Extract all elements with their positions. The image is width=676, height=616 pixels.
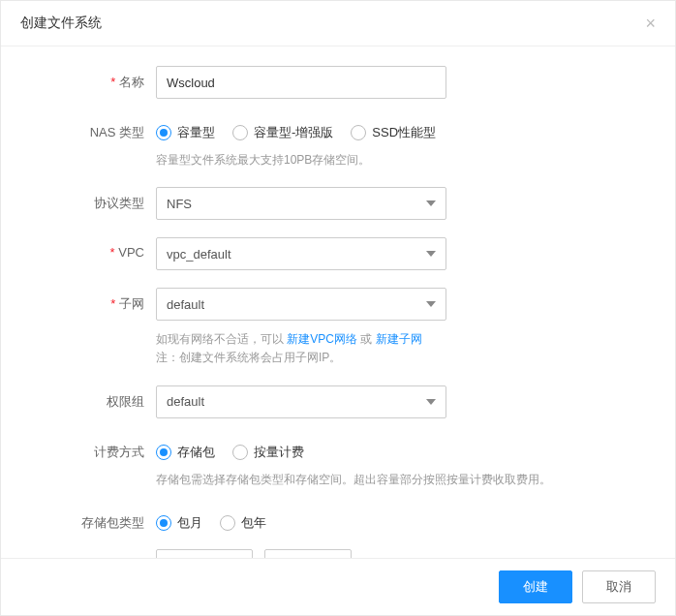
radio-label: 按量计费 bbox=[254, 444, 304, 461]
radio-label: 包年 bbox=[241, 514, 266, 532]
row-protocol: 协议类型 NFS bbox=[40, 187, 636, 220]
select-value: vpc_default bbox=[167, 247, 231, 262]
row-billing: 计费方式 存储包 按量计费 存储包需选择存储包类型和存储空间。超出容量部分按照按… bbox=[40, 436, 636, 489]
close-icon[interactable]: × bbox=[645, 15, 656, 32]
label-storage: 存储空间 bbox=[40, 549, 156, 558]
label-subnet: 子网 bbox=[40, 288, 156, 313]
label-vpc: VPC bbox=[40, 237, 156, 260]
protocol-select[interactable]: NFS bbox=[156, 187, 446, 220]
billing-hint: 存储包需选择存储包类型和存储空间。超出容量部分按照按量计费收取费用。 bbox=[156, 471, 636, 489]
select-value: default bbox=[167, 394, 204, 409]
link-new-subnet[interactable]: 新建子网 bbox=[376, 332, 422, 346]
radio-icon bbox=[232, 125, 248, 140]
radio-capacity[interactable]: 容量型 bbox=[156, 124, 215, 141]
label-nas-type: NAS 类型 bbox=[40, 116, 156, 141]
label-permission: 权限组 bbox=[40, 385, 156, 411]
label-package-type: 存储包类型 bbox=[40, 507, 156, 532]
nas-type-hint: 容量型文件系统最大支持10PB存储空间。 bbox=[156, 151, 636, 169]
vpc-select[interactable]: vpc_default bbox=[156, 237, 446, 270]
row-package-type: 存储包类型 包月 包年 bbox=[40, 507, 636, 532]
row-vpc: VPC vpc_default bbox=[40, 237, 636, 270]
row-name: 名称 bbox=[40, 66, 636, 99]
radio-label: 容量型 bbox=[177, 124, 215, 141]
radio-ssd[interactable]: SSD性能型 bbox=[351, 124, 436, 141]
billing-radio-group: 存储包 按量计费 bbox=[156, 436, 636, 461]
storage-input[interactable] bbox=[156, 549, 253, 558]
select-value: NFS bbox=[167, 197, 192, 211]
cancel-button[interactable]: 取消 bbox=[582, 570, 656, 603]
label-billing: 计费方式 bbox=[40, 436, 156, 461]
row-nas-type: NAS 类型 容量型 容量型-增强版 SSD性能型 bbox=[40, 116, 636, 169]
radio-icon bbox=[220, 515, 235, 531]
package-type-radio-group: 包月 包年 bbox=[156, 507, 636, 532]
dialog-footer: 创建 取消 bbox=[1, 558, 675, 615]
radio-pay-as-you-go[interactable]: 按量计费 bbox=[232, 444, 304, 461]
link-new-vpc[interactable]: 新建VPC网络 bbox=[287, 332, 357, 346]
create-filesystem-dialog: 创建文件系统 × 名称 NAS 类型 容量型 容量型-增强版 bbox=[0, 0, 676, 616]
radio-icon bbox=[232, 445, 248, 460]
nas-type-radio-group: 容量型 容量型-增强版 SSD性能型 bbox=[156, 116, 636, 141]
radio-monthly[interactable]: 包月 bbox=[156, 514, 202, 532]
permission-select[interactable]: default bbox=[156, 385, 446, 418]
name-input[interactable] bbox=[156, 66, 446, 99]
radio-icon bbox=[351, 125, 366, 140]
radio-label: SSD性能型 bbox=[372, 124, 436, 141]
dialog-header: 创建文件系统 × bbox=[1, 1, 675, 46]
label-name: 名称 bbox=[40, 66, 156, 91]
radio-label: 存储包 bbox=[177, 444, 215, 461]
radio-icon bbox=[156, 445, 171, 460]
subnet-hint2: 注：创建文件系统将会占用子网IP。 bbox=[156, 351, 341, 364]
subnet-select[interactable]: default bbox=[156, 288, 446, 321]
select-value: default bbox=[167, 297, 204, 312]
create-button[interactable]: 创建 bbox=[499, 570, 572, 603]
radio-storage-package[interactable]: 存储包 bbox=[156, 444, 215, 461]
row-storage: 存储空间 GB 吞吐量：103 MB/s bbox=[40, 549, 636, 558]
dialog-title: 创建文件系统 bbox=[20, 15, 102, 32]
label-protocol: 协议类型 bbox=[40, 187, 156, 212]
row-subnet: 子网 default 如现有网络不合适，可以 新建VPC网络 或 新建子网 注：… bbox=[40, 288, 636, 367]
storage-unit-select[interactable]: GB bbox=[264, 549, 352, 558]
radio-capacity-enhanced[interactable]: 容量型-增强版 bbox=[232, 124, 333, 141]
dialog-body: 名称 NAS 类型 容量型 容量型-增强版 bbox=[1, 46, 675, 558]
row-permission: 权限组 default bbox=[40, 385, 636, 418]
radio-icon bbox=[156, 125, 171, 140]
radio-yearly[interactable]: 包年 bbox=[220, 514, 266, 532]
subnet-hint: 如现有网络不合适，可以 新建VPC网络 或 新建子网 注：创建文件系统将会占用子… bbox=[156, 330, 636, 367]
radio-label: 包月 bbox=[177, 514, 202, 532]
radio-icon bbox=[156, 515, 171, 531]
radio-label: 容量型-增强版 bbox=[254, 124, 333, 141]
